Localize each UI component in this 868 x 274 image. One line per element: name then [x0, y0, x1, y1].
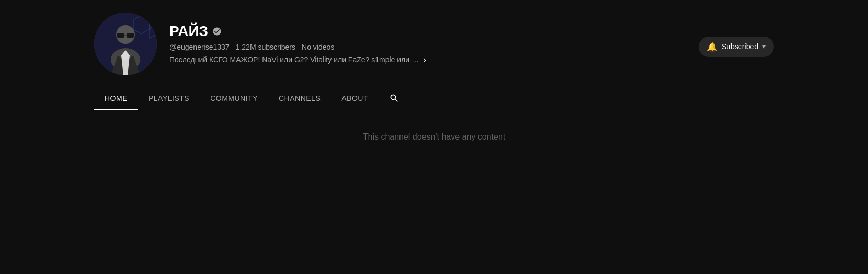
channel-subscribers: 1.22M subscribers: [236, 43, 295, 51]
search-icon: [389, 93, 399, 104]
search-button[interactable]: [383, 86, 406, 111]
bell-icon: 🔔: [707, 42, 717, 52]
nav-item-playlists[interactable]: PLAYLISTS: [138, 87, 200, 110]
nav-item-channels[interactable]: CHANNELS: [268, 87, 331, 110]
svg-rect-7: [127, 33, 134, 38]
channel-description-text: Последний КСГО МАЖОР! NaVi или G2? Vital…: [169, 55, 419, 64]
channel-name-row: РАЙЗ: [169, 23, 686, 40]
channel-header: РАЙЗ @eugenerise1337 1.22M subscribers N…: [0, 0, 868, 111]
content-area: This channel doesn't have any content: [0, 111, 868, 163]
channel-info-row: РАЙЗ @eugenerise1337 1.22M subscribers N…: [94, 13, 774, 86]
verified-icon: [212, 27, 222, 36]
channel-meta: @eugenerise1337 1.22M subscribers No vid…: [169, 43, 686, 51]
nav-item-community[interactable]: COMMUNITY: [200, 87, 268, 110]
channel-details: РАЙЗ @eugenerise1337 1.22M subscribers N…: [169, 23, 686, 65]
subscribed-label: Subscribed: [722, 42, 758, 51]
expand-description-icon[interactable]: ›: [423, 54, 426, 65]
subscribe-button-area: 🔔 Subscribed ▾: [699, 31, 774, 57]
channel-nav: HOME PLAYLISTS COMMUNITY CHANNELS ABOUT: [94, 86, 774, 111]
channel-videos: No videos: [302, 43, 334, 51]
channel-handle: @eugenerise1337: [169, 43, 230, 51]
svg-rect-6: [117, 33, 124, 38]
nav-item-home[interactable]: HOME: [94, 87, 138, 110]
empty-content-message: This channel doesn't have any content: [363, 132, 506, 142]
subscribed-button[interactable]: 🔔 Subscribed ▾: [699, 37, 774, 57]
channel-name: РАЙЗ: [169, 23, 208, 40]
nav-item-about[interactable]: ABOUT: [331, 87, 379, 110]
chevron-down-icon: ▾: [762, 43, 766, 50]
channel-description[interactable]: Последний КСГО МАЖОР! NaVi или G2? Vital…: [169, 54, 686, 65]
avatar: [94, 13, 157, 75]
